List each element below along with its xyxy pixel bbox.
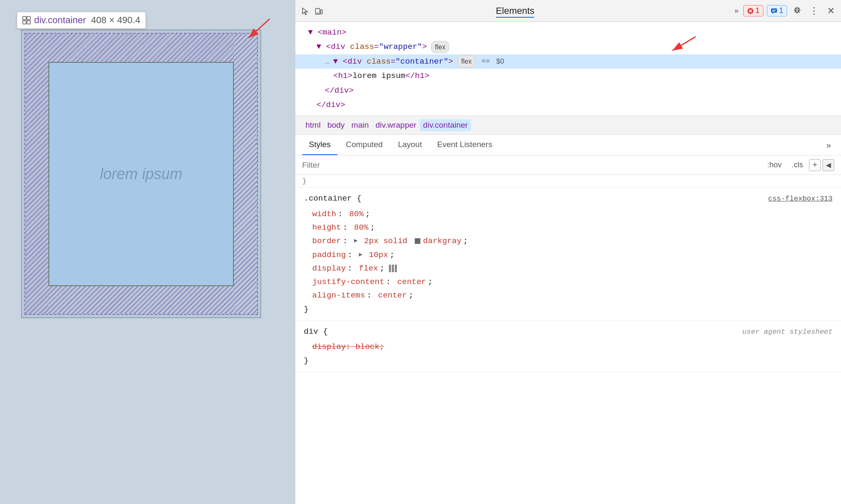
tabs-bar: Styles Computed Layout Event Listeners » [295,135,841,155]
tree-div-close2[interactable]: </div> [295,98,841,112]
preview-top-strip [48,34,234,62]
prop-height: height : 80% ; [304,221,833,234]
tooltip-size: 408 × 490.4 [91,15,140,26]
tree-h1[interactable]: <h1>lorem ipsum</h1> [295,69,841,83]
svg-rect-12 [771,8,777,13]
svg-rect-19 [392,265,394,272]
preview-lorem-text: lorem ipsum [100,165,182,183]
elements-tab-title[interactable]: Elements [300,5,730,16]
tree-container[interactable]: … ▼ <div class="container"> flex == $0 [295,54,841,69]
prop-border: border : ▶ 2px solid darkgray ; [304,234,833,248]
devtools-top-bar: Elements » 1 1 ⋮ [295,0,841,22]
svg-rect-1 [27,16,30,20]
prop-align-items: align-items : center ; [304,289,833,302]
tab-styles[interactable]: Styles [302,135,337,155]
rule-source-ua: user agent stylesheet [742,326,833,338]
preview-right-strip [234,34,257,314]
rule-close-container: } [304,303,833,316]
info-badge[interactable]: 1 [767,5,787,16]
filter-input[interactable] [302,161,760,170]
tab-event-listeners[interactable]: Event Listeners [430,135,499,155]
style-rule-ua: div { user agent stylesheet display: blo… [295,321,841,372]
breadcrumb-html[interactable]: html [302,119,324,131]
add-style-button[interactable]: + [809,159,821,171]
darkgray-swatch[interactable] [415,238,420,244]
red-arrow-devtools [664,35,698,56]
styles-panel: } .container { css-flexbox:313 width : 8… [295,175,841,504]
elements-tree: ▼ <main> ▼ <div class="wrapper"> flex … … [295,22,841,116]
more-tabs-icon[interactable]: » [730,4,743,18]
element-type-icon [22,16,31,24]
tree-main[interactable]: ▼ <main> [295,25,841,40]
svg-line-5 [249,19,270,38]
svg-rect-3 [27,21,30,24]
breadcrumb-container[interactable]: div.container [420,119,471,131]
tree-wrapper[interactable]: ▼ <div class="wrapper"> flex [295,40,841,54]
prop-display: display : flex ; [304,262,833,275]
collapsed-indicator: } [302,177,307,185]
rule-header-ua: div { user agent stylesheet [304,325,833,338]
hov-button[interactable]: :hov [763,159,786,171]
preview-container: lorem ipsum [48,62,234,286]
prop-width: width : 80% ; [304,207,833,221]
flex-layout-icon[interactable] [388,264,397,273]
prop-padding: padding : ▶ 10px ; [304,248,833,262]
preview-bottom-strip [48,286,234,314]
svg-line-17 [672,37,696,51]
resize-panel-button[interactable]: ◀ [822,159,834,171]
prop-justify-content: justify-content : center ; [304,275,833,289]
toolbar-right: 1 1 ⋮ ✕ [743,4,838,18]
rule-source-container[interactable]: css-flexbox:313 [768,193,833,205]
tab-layout[interactable]: Layout [391,135,429,155]
red-arrow-top [236,15,278,48]
padding-expand[interactable]: ▶ [359,250,362,260]
svg-rect-2 [23,21,26,24]
breadcrumb-body[interactable]: body [324,119,348,131]
viewport-panel: div.container 408 × 490.4 lorem ipsum [0,0,295,504]
filter-actions: :hov .cls + ◀ [763,159,834,171]
style-rule-container: .container { css-flexbox:313 width : 80%… [295,188,841,321]
container-flex-badge: flex [458,55,476,68]
tab-computed[interactable]: Computed [339,135,390,155]
tabs-more-icon[interactable]: » [823,137,834,153]
prop-display-block: display: block; [304,340,833,354]
breadcrumb-wrapper[interactable]: div.wrapper [372,119,420,131]
svg-rect-0 [23,16,26,20]
preview-wrapper: lorem ipsum [21,29,261,318]
svg-rect-20 [395,265,397,272]
breadcrumb-main[interactable]: main [348,119,372,131]
border-expand[interactable]: ▶ [354,236,357,246]
filter-bar: :hov .cls + ◀ [295,155,841,175]
rule-close-ua: } [304,354,833,367]
preview-outer: lorem ipsum [24,33,258,315]
error-badge[interactable]: 1 [743,5,763,16]
tooltip-class: div.container [34,15,86,26]
devtools-panel: Elements » 1 1 ⋮ [295,0,841,504]
tree-div-close1[interactable]: </div> [295,83,841,98]
svg-rect-18 [389,265,391,272]
wrapper-flex-badge: flex [431,41,449,54]
close-icon[interactable]: ✕ [824,4,838,18]
element-tooltip: div.container 408 × 490.4 [17,12,146,29]
cls-button[interactable]: .cls [787,159,807,171]
rule-selector-container[interactable]: .container { [304,192,362,205]
settings-icon[interactable] [790,4,804,18]
rule-header-container: .container { css-flexbox:313 [304,192,833,205]
rule-selector-div[interactable]: div { [304,325,328,338]
tree-arrow-container: ▼ <main> ▼ <div class="wrapper"> flex … … [295,22,841,116]
more-options-icon[interactable]: ⋮ [807,4,821,18]
breadcrumb-bar: html body main div.wrapper div.container [295,116,841,135]
preview-left-strip [25,34,48,314]
